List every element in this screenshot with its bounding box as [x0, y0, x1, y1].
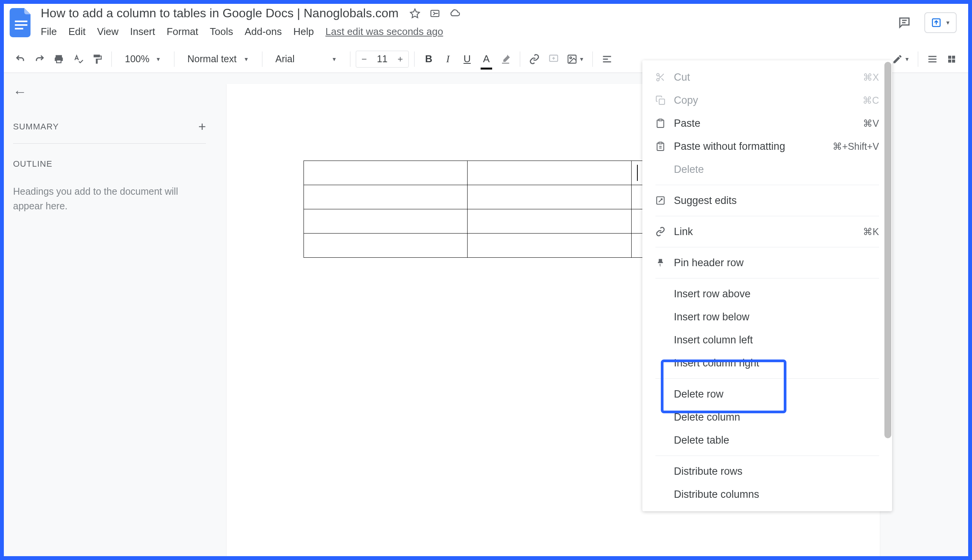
- comments-icon[interactable]: [896, 14, 913, 31]
- ctx-paste-without-formatting[interactable]: Paste without formatting⌘+Shift+V: [642, 135, 892, 158]
- svg-rect-25: [659, 99, 665, 105]
- add-summary-icon[interactable]: +: [198, 119, 206, 134]
- suggest-icon: [655, 195, 674, 205]
- menu-bar: File Edit View Insert Format Tools Add-o…: [38, 21, 896, 38]
- ctx-suggest-edits[interactable]: Suggest edits: [642, 189, 892, 212]
- menu-tools[interactable]: Tools: [210, 26, 233, 38]
- share-caret-icon: ▼: [945, 20, 950, 26]
- zoom-select[interactable]: 100%▼: [117, 53, 168, 65]
- image-icon[interactable]: ▼: [564, 50, 587, 68]
- edit-mode-icon[interactable]: ▼: [889, 50, 912, 68]
- svg-rect-16: [948, 56, 951, 59]
- outline-hint: Headings you add to the document will ap…: [13, 184, 206, 213]
- separator: [655, 378, 879, 379]
- separator: [655, 216, 879, 216]
- ctx-delete[interactable]: Delete: [642, 158, 892, 181]
- svg-rect-19: [952, 60, 955, 63]
- svg-line-24: [659, 76, 660, 77]
- app-header: How to add a column to tables in Google …: [0, 0, 972, 45]
- menu-file[interactable]: File: [41, 26, 57, 38]
- separator: [655, 185, 879, 185]
- document-title[interactable]: How to add a column to tables in Google …: [38, 5, 401, 21]
- ctx-delete-table[interactable]: Delete table: [642, 428, 892, 452]
- ctx-distribute-rows[interactable]: Distribute rows: [642, 460, 892, 483]
- menu-help[interactable]: Help: [293, 26, 314, 38]
- svg-point-9: [570, 57, 572, 59]
- svg-point-21: [657, 78, 659, 81]
- outline-heading: OUTLINE: [13, 159, 206, 169]
- link-icon[interactable]: [525, 50, 543, 68]
- cloud-icon[interactable]: [449, 8, 461, 19]
- bold-button[interactable]: B: [420, 50, 438, 68]
- text-color-button[interactable]: A: [478, 50, 495, 68]
- scrollbar-thumb[interactable]: [884, 62, 891, 438]
- star-icon[interactable]: [409, 8, 421, 19]
- underline-button[interactable]: U: [458, 50, 476, 68]
- ctx-insert-row-below[interactable]: Insert row below: [642, 305, 892, 328]
- svg-rect-1: [15, 24, 28, 26]
- ctx-paste[interactable]: Paste⌘V: [642, 112, 892, 135]
- link-icon: [655, 227, 674, 237]
- font-size-value[interactable]: 11: [372, 53, 392, 65]
- separator: [655, 247, 879, 247]
- spellcheck-icon[interactable]: [69, 50, 87, 68]
- hide-menus-icon[interactable]: [924, 50, 941, 68]
- ctx-delete-row[interactable]: Delete row: [642, 383, 892, 406]
- paste-plain-icon: [655, 141, 674, 151]
- ctx-insert-row-above[interactable]: Insert row above: [642, 282, 892, 305]
- ctx-link[interactable]: Link⌘K: [642, 220, 892, 243]
- separator: [655, 455, 879, 456]
- ctx-delete-column[interactable]: Delete column: [642, 406, 892, 428]
- separator: [655, 278, 879, 278]
- summary-heading: SUMMARY: [13, 122, 59, 132]
- italic-button[interactable]: I: [439, 50, 457, 68]
- divider: [13, 143, 206, 143]
- menu-format[interactable]: Format: [167, 26, 198, 38]
- highlight-icon[interactable]: [497, 50, 514, 68]
- svg-point-20: [657, 73, 659, 76]
- comment-add-icon[interactable]: [545, 50, 562, 68]
- pin-icon: [655, 258, 674, 268]
- paint-format-icon[interactable]: [88, 50, 106, 68]
- font-select[interactable]: Arial▼: [268, 53, 345, 65]
- font-size-control: − 11 +: [356, 51, 409, 68]
- svg-rect-2: [15, 28, 23, 30]
- caret-icon: ▼: [332, 56, 337, 62]
- ctx-pin-header[interactable]: Pin header row: [642, 251, 892, 274]
- share-button[interactable]: ▼: [924, 12, 957, 33]
- ctx-cut[interactable]: Cut⌘X: [642, 66, 892, 89]
- ctx-insert-column-left[interactable]: Insert column left: [642, 328, 892, 352]
- copy-icon: [655, 95, 674, 105]
- outline-sidebar: ← SUMMARY + OUTLINE Headings you add to …: [0, 73, 219, 560]
- ctx-copy[interactable]: Copy⌘C: [642, 89, 892, 112]
- back-arrow-icon[interactable]: ←: [13, 84, 206, 100]
- context-menu: Cut⌘X Copy⌘C Paste⌘V Paste without forma…: [642, 60, 892, 511]
- svg-rect-0: [15, 21, 28, 22]
- font-size-increase[interactable]: +: [392, 51, 408, 67]
- caret-icon: ▼: [243, 56, 249, 62]
- ctx-distribute-columns[interactable]: Distribute columns: [642, 483, 892, 506]
- svg-line-23: [662, 78, 664, 81]
- title-area: How to add a column to tables in Google …: [35, 5, 896, 38]
- ctx-insert-column-right[interactable]: Insert column right: [642, 352, 892, 375]
- text-cursor: [637, 165, 638, 181]
- redo-icon[interactable]: [31, 50, 48, 68]
- docs-logo[interactable]: [8, 5, 35, 40]
- menu-view[interactable]: View: [97, 26, 119, 38]
- print-icon[interactable]: [50, 50, 68, 68]
- svg-rect-26: [659, 119, 662, 121]
- undo-icon[interactable]: [12, 50, 29, 68]
- svg-rect-27: [659, 142, 662, 143]
- expand-icon[interactable]: [943, 50, 960, 68]
- align-icon[interactable]: [598, 50, 616, 68]
- font-size-decrease[interactable]: −: [356, 51, 372, 67]
- menu-insert[interactable]: Insert: [130, 26, 155, 38]
- last-edit-link[interactable]: Last edit was seconds ago: [325, 26, 443, 38]
- move-icon[interactable]: [429, 8, 441, 19]
- menu-edit[interactable]: Edit: [68, 26, 86, 38]
- menu-addons[interactable]: Add-ons: [245, 26, 282, 38]
- svg-rect-18: [948, 60, 951, 63]
- cut-icon: [655, 72, 674, 82]
- caret-icon: ▼: [156, 56, 161, 62]
- style-select[interactable]: Normal text▼: [180, 53, 257, 65]
